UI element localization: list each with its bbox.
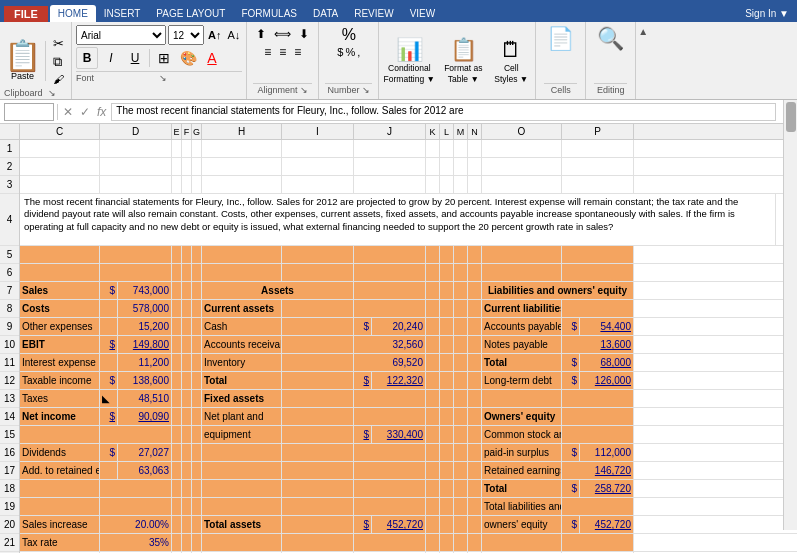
cell-l18[interactable] xyxy=(440,480,454,497)
cell-l14[interactable] xyxy=(440,408,454,425)
cell-h20[interactable]: Total assets xyxy=(202,516,282,533)
cell-g1[interactable] xyxy=(192,140,202,157)
cell-j21[interactable] xyxy=(354,534,426,551)
cell-d7-dollar[interactable]: $ xyxy=(100,282,118,299)
cell-j6[interactable] xyxy=(354,264,426,281)
cell-j1[interactable] xyxy=(354,140,426,157)
cell-g9[interactable] xyxy=(192,318,202,335)
cell-i1[interactable] xyxy=(282,140,354,157)
cell-f10[interactable] xyxy=(182,336,192,353)
underline-button[interactable]: U xyxy=(124,47,146,69)
cell-n12[interactable] xyxy=(468,372,482,389)
cell-g5[interactable] xyxy=(192,246,202,263)
cell-i12[interactable] xyxy=(282,372,354,389)
cell-k20[interactable] xyxy=(426,516,440,533)
cell-p19[interactable] xyxy=(562,498,634,515)
col-header-m[interactable]: M xyxy=(454,124,468,139)
cell-o13[interactable] xyxy=(482,390,562,407)
cell-h3[interactable] xyxy=(202,176,282,193)
cell-p9-dollar[interactable]: $ xyxy=(562,318,580,335)
insert-function-button[interactable]: fx xyxy=(95,105,108,119)
cell-e20[interactable] xyxy=(172,516,182,533)
cell-c9[interactable]: Other expenses xyxy=(20,318,100,335)
cell-e2[interactable] xyxy=(172,158,182,175)
cell-f1[interactable] xyxy=(182,140,192,157)
cell-n3[interactable] xyxy=(468,176,482,193)
cell-n8[interactable] xyxy=(468,300,482,317)
cell-e21[interactable] xyxy=(172,534,182,551)
cell-i17[interactable] xyxy=(282,462,354,479)
cell-p20-dollar[interactable]: $ xyxy=(562,516,580,533)
italic-button[interactable]: I xyxy=(100,47,122,69)
cell-k2[interactable] xyxy=(426,158,440,175)
cell-o19[interactable]: Total liabilities and xyxy=(482,498,562,515)
cell-p16[interactable]: 112,000 xyxy=(580,444,634,461)
cell-d3[interactable] xyxy=(100,176,172,193)
col-header-o[interactable]: O xyxy=(482,124,562,139)
cell-p2[interactable] xyxy=(562,158,634,175)
cell-n11[interactable] xyxy=(468,354,482,371)
cell-f3[interactable] xyxy=(182,176,192,193)
formulas-tab[interactable]: FORMULAS xyxy=(233,5,305,22)
col-header-d[interactable]: D xyxy=(100,124,172,139)
cell-k18[interactable] xyxy=(426,480,440,497)
cell-d15[interactable] xyxy=(100,426,172,443)
cell-k15[interactable] xyxy=(426,426,440,443)
cell-f19[interactable] xyxy=(182,498,192,515)
cell-g19[interactable] xyxy=(192,498,202,515)
cell-h8[interactable]: Current assets xyxy=(202,300,282,317)
bold-button[interactable]: B xyxy=(76,47,98,69)
cell-m11[interactable] xyxy=(454,354,468,371)
cell-n14[interactable] xyxy=(468,408,482,425)
cell-c1[interactable] xyxy=(20,140,100,157)
cell-d11[interactable]: 11,200 xyxy=(118,354,172,371)
cell-p18[interactable]: 258,720 xyxy=(580,480,634,497)
cell-k14[interactable] xyxy=(426,408,440,425)
cell-l12[interactable] xyxy=(440,372,454,389)
cell-d9[interactable]: 15,200 xyxy=(118,318,172,335)
col-header-c[interactable]: C xyxy=(20,124,100,139)
cell-i11[interactable] xyxy=(282,354,354,371)
cell-f11[interactable] xyxy=(182,354,192,371)
cell-i18[interactable] xyxy=(282,480,354,497)
cell-d16-dollar[interactable]: $ xyxy=(100,444,118,461)
cell-e1[interactable] xyxy=(172,140,182,157)
font-size-select[interactable]: 12 xyxy=(168,25,204,45)
cell-j2[interactable] xyxy=(354,158,426,175)
cell-d13[interactable]: 48,510 xyxy=(118,390,172,407)
home-tab[interactable]: HOME xyxy=(50,5,96,22)
collapse-ribbon-button[interactable]: ▲ xyxy=(636,22,650,99)
view-tab[interactable]: VIEW xyxy=(402,5,444,22)
cell-d10[interactable]: 149,800 xyxy=(118,336,172,353)
cell-c13[interactable]: Taxes xyxy=(20,390,100,407)
cell-c3[interactable] xyxy=(20,176,100,193)
cell-j14[interactable] xyxy=(354,408,426,425)
cell-f8[interactable] xyxy=(182,300,192,317)
cell-n1[interactable] xyxy=(468,140,482,157)
percent-button[interactable]: % xyxy=(345,46,355,58)
cell-e17[interactable] xyxy=(172,462,182,479)
font-color-button[interactable]: A xyxy=(201,47,223,69)
borders-button[interactable]: ⊞ xyxy=(153,47,175,69)
file-tab[interactable]: FILE xyxy=(4,6,48,22)
cell-k21[interactable] xyxy=(426,534,440,551)
cell-p15[interactable] xyxy=(562,426,634,443)
cell-o8[interactable]: Current liabilities xyxy=(482,300,562,317)
col-header-e[interactable]: E xyxy=(172,124,182,139)
cell-p9[interactable]: 54,400 xyxy=(580,318,634,335)
cell-j12-dollar[interactable]: $ xyxy=(354,372,372,389)
cell-k17[interactable] xyxy=(426,462,440,479)
cell-l17[interactable] xyxy=(440,462,454,479)
cell-j5[interactable] xyxy=(354,246,426,263)
cell-k7[interactable] xyxy=(426,282,440,299)
review-tab[interactable]: REVIEW xyxy=(346,5,401,22)
cell-j13[interactable] xyxy=(354,390,426,407)
cell-l11[interactable] xyxy=(440,354,454,371)
cell-c14[interactable]: Net income xyxy=(20,408,100,425)
cell-h6[interactable] xyxy=(202,264,282,281)
cell-f15[interactable] xyxy=(182,426,192,443)
cell-h21[interactable] xyxy=(202,534,282,551)
cell-k19[interactable] xyxy=(426,498,440,515)
cell-j15-dollar[interactable]: $ xyxy=(354,426,372,443)
cell-p3[interactable] xyxy=(562,176,634,193)
